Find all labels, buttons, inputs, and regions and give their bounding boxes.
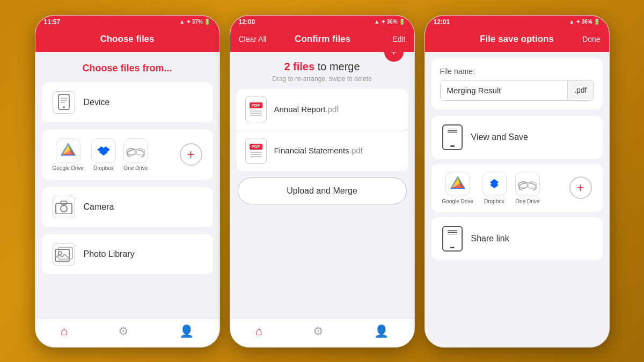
save-dropbox-icon <box>486 176 502 191</box>
settings-tab-2[interactable]: ⚙ <box>313 324 324 338</box>
clear-all-button[interactable]: Clear All <box>239 35 267 43</box>
share-link-label: Share link <box>471 234 509 243</box>
edit-button[interactable]: Edit <box>379 35 406 43</box>
share-device-button <box>450 247 455 248</box>
device-menu-item[interactable]: Device <box>42 83 213 122</box>
one-drive-label: One Drive <box>123 165 148 171</box>
one-drive-icon-box <box>123 138 148 163</box>
camera-section: Camera <box>42 187 213 227</box>
pdf-badge-1: PDF <box>250 102 262 108</box>
svg-point-4 <box>63 106 65 108</box>
cloud-section: Google Drive Dropbox <box>42 130 213 180</box>
home-tab-2[interactable]: ⌂ <box>255 324 262 338</box>
photo-library-icon <box>55 246 73 262</box>
nav-title-3: File save options <box>460 34 574 45</box>
save-one-drive-icon-box <box>515 172 540 196</box>
done-button[interactable]: Done <box>574 35 601 43</box>
status-time-1: 11:57 <box>44 18 61 26</box>
files-count-bold: 2 files <box>284 61 314 72</box>
add-cloud-button[interactable]: + <box>180 143 202 166</box>
share-link-option[interactable]: Share link <box>431 217 603 260</box>
camera-icon-box <box>53 196 75 218</box>
photo-library-menu-item[interactable]: Photo Library <box>42 234 213 274</box>
file-row-2[interactable]: PDF Financial Statements.pdf <box>237 130 408 171</box>
save-google-drive-label: Google Drive <box>442 198 473 204</box>
tab-bar-2: ⌂ ⚙ 👤 <box>230 318 414 347</box>
photo-library-label: Photo Library <box>84 249 135 259</box>
view-save-option[interactable]: View and Save <box>431 116 603 159</box>
files-count-suffix: to merge <box>314 61 360 72</box>
pdf-icon-2: PDF <box>245 138 267 164</box>
upload-merge-button[interactable]: Upload and Merge <box>238 178 407 204</box>
screen2-content: 2 files to merge Drag to re-arrange, swi… <box>230 52 414 318</box>
profile-tab-1[interactable]: 👤 <box>179 324 194 338</box>
file-list: PDF Annual Report.pdf PDF <box>237 89 408 171</box>
choose-heading: Choose files from... <box>35 52 219 83</box>
dropbox-icon-box <box>91 138 116 163</box>
device-button <box>450 145 455 147</box>
status-time-3: 12:01 <box>434 18 450 26</box>
device-label: Device <box>84 98 110 107</box>
settings-tab-1[interactable]: ⚙ <box>118 324 129 338</box>
file-row-1[interactable]: PDF Annual Report.pdf <box>237 89 408 130</box>
dropbox-icon <box>95 143 112 158</box>
pdf-lines-2 <box>250 152 262 157</box>
screen3-content: File name: .pdf View and Save <box>425 52 609 347</box>
dropbox-item[interactable]: Dropbox <box>91 138 116 171</box>
view-save-label: View and Save <box>471 132 528 142</box>
status-bar-1: 11:57 ▲ ✦ 37% 🔋 <box>35 16 219 28</box>
save-one-drive[interactable]: One Drive <box>515 172 540 204</box>
status-bar-2: 12:00 ▲ ✦ 36% 🔋 <box>230 16 414 28</box>
file-name-section: File name: .pdf <box>431 58 603 109</box>
device-section: Device <box>42 83 213 122</box>
camera-menu-item[interactable]: Camera <box>42 187 213 227</box>
device-icon-box <box>53 91 75 114</box>
phone-2: 12:00 ▲ ✦ 36% 🔋 Clear All Confirm files … <box>230 15 415 348</box>
save-google-drive-icon <box>449 176 466 191</box>
screen1-content: Choose files from... Device <box>35 52 219 318</box>
nav-title-1: Choose files <box>44 34 211 45</box>
save-google-drive[interactable]: Google Drive <box>442 172 473 204</box>
file-name-input[interactable] <box>441 80 568 100</box>
file-ext-badge: .pdf <box>567 80 593 100</box>
status-icons-1: ▲ ✦ 37% 🔋 <box>179 19 210 25</box>
phone-3: 12:01 ▲ ✦ 36% 🔋 File save options Done F… <box>425 15 610 348</box>
status-bar-3: 12:01 ▲ ✦ 36% 🔋 <box>425 16 609 28</box>
google-drive-icon <box>60 143 77 158</box>
google-drive-label: Google Drive <box>53 165 84 171</box>
cloud-save-row: Google Drive Dropbox <box>431 164 603 212</box>
photo-library-icon-box <box>53 243 75 265</box>
nav-bar-2: Clear All Confirm files Edit <box>230 28 414 52</box>
photo-library-section: Photo Library <box>42 234 213 274</box>
status-icons-3: ▲ ✦ 36% 🔋 <box>569 19 600 25</box>
nav-title-2: Confirm files <box>267 34 379 45</box>
profile-tab-2[interactable]: 👤 <box>374 324 389 338</box>
file-name-2: Financial Statements.pdf <box>274 146 363 155</box>
google-drive-item[interactable]: Google Drive <box>53 138 84 171</box>
one-drive-icon <box>126 144 145 157</box>
pdf-icon-1: PDF <box>245 97 267 122</box>
nav-bar-1: Choose files <box>35 28 219 52</box>
camera-label: Camera <box>84 202 114 212</box>
save-one-drive-label: One Drive <box>515 198 539 204</box>
status-time-2: 12:00 <box>239 18 255 26</box>
file-name-label: File name: <box>440 67 594 76</box>
save-google-drive-icon-box <box>445 172 470 196</box>
upload-btn-wrap: Upload and Merge <box>230 171 414 209</box>
pdf-badge-2: PDF <box>250 144 262 150</box>
dropbox-label: Dropbox <box>93 165 114 171</box>
save-one-drive-icon <box>518 178 537 190</box>
home-tab-1[interactable]: ⌂ <box>61 324 68 338</box>
files-area: 2 files to merge Drag to re-arrange, swi… <box>230 52 414 89</box>
share-link-icon <box>442 226 463 252</box>
device-lines <box>447 128 458 135</box>
status-icons-2: ▲ ✦ 36% 🔋 <box>374 19 405 25</box>
save-dropbox[interactable]: Dropbox <box>482 172 507 204</box>
view-save-device-icon <box>442 124 463 150</box>
device-icon <box>56 94 71 111</box>
one-drive-item[interactable]: One Drive <box>123 138 148 171</box>
cloud-icons-row: Google Drive Dropbox <box>42 130 213 180</box>
add-cloud-save-button[interactable]: + <box>569 176 592 199</box>
google-drive-icon-box <box>56 138 80 163</box>
drag-hint: Drag to re-arrange, swipe to delete <box>230 75 414 89</box>
